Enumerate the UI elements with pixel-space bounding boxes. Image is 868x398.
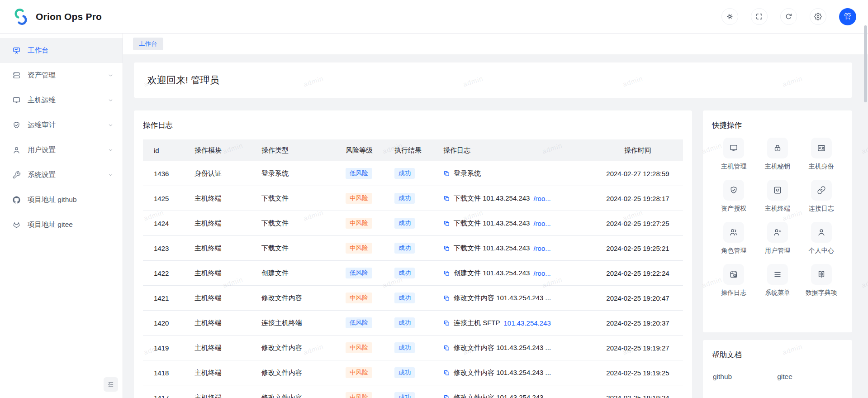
log-text: 创建文件 101.43.254.243 [454,269,530,278]
refresh-button[interactable] [780,8,797,25]
quick-action-asset-authorization[interactable]: 资产授权 [712,180,756,213]
quick-action-label: 用户管理 [765,247,790,255]
table-row: 1421主机终端修改文件内容中风险成功修改文件内容 101.43.254.243… [143,286,683,311]
chevron-down-icon [108,147,114,153]
cell-risk: 中风险 [334,286,383,311]
quick-action-tile [723,222,744,243]
log-link[interactable]: /roo... [533,220,550,227]
quick-action-personal-center[interactable]: 个人中心 [799,222,843,255]
settings-button[interactable] [810,8,826,25]
sidebar-item-asset-management[interactable]: 资产管理 [0,63,123,88]
right-column: 快捷操作 主机管理主机秘钥主机身份资产授权主机终端连接日志角色管理用户管理个人中… [703,110,852,398]
chevron-down-icon [108,97,114,103]
quick-action-label: 主机身份 [809,163,834,171]
log-text: 下载文件 101.43.254.243 [454,194,530,203]
log-content: 修改文件内容 101.43.254.243 ... [443,344,593,352]
copy-icon[interactable] [443,295,450,302]
copy-icon[interactable] [443,320,450,326]
wrench-icon [12,171,21,179]
cell-module: 主机终端 [183,261,250,286]
cell-module: 主机终端 [183,286,250,311]
log-text: 修改文件内容 101.43.254.243 ... [454,294,551,302]
quick-action-host-management[interactable]: 主机管理 [712,138,756,171]
cell-risk: 低风险 [334,161,383,186]
main-content: 工作台 欢迎回来! 管理员 操作日志 id操作模块操作类型风险等级执行结果操作日… [123,34,868,398]
copy-icon[interactable] [443,220,450,227]
app-window: Orion Ops Pro 管 工作台资产管理主机运维运维审计用户设置系统设置项… [0,0,868,398]
quick-action-role-management[interactable]: 角色管理 [712,222,756,255]
quick-action-tile [811,180,832,201]
column-header-0: id [143,139,183,161]
copy-icon[interactable] [443,270,450,277]
quick-action-label: 连接日志 [809,205,834,213]
sidebar-item-ops-audit[interactable]: 运维审计 [0,113,123,138]
help-link-gitee[interactable]: gitee [777,373,792,381]
quick-action-host-keys[interactable]: 主机秘钥 [756,138,800,171]
sidebar-item-user-settings[interactable]: 用户设置 [0,138,123,163]
quick-action-tile [723,180,744,201]
copy-icon[interactable] [443,195,450,202]
breadcrumb-item-workbench[interactable]: 工作台 [133,38,163,50]
log-content: 创建文件 101.43.254.243/roo... [443,269,593,278]
sidebar-item-system-settings[interactable]: 系统设置 [0,163,123,187]
cell-type: 下载文件 [250,186,334,211]
cell-type: 修改文件内容 [250,385,334,398]
cell-type: 修改文件内容 [250,336,334,360]
sidebar-item-label: 运维审计 [28,120,101,130]
copy-icon[interactable] [443,394,450,398]
fullscreen-button[interactable] [751,8,768,25]
help-link-github[interactable]: github [713,373,732,381]
cell-id: 1419 [143,336,183,360]
result-badge: 成功 [394,367,415,378]
result-badge: 成功 [394,268,415,278]
column-header-4: 执行结果 [383,139,432,161]
risk-badge: 中风险 [346,367,372,378]
copy-icon[interactable] [443,345,450,351]
quick-action-connection-log[interactable]: 连接日志 [799,180,843,213]
sidebar-item-host-ops[interactable]: 主机运维 [0,88,123,113]
result-badge: 成功 [394,342,415,353]
quick-action-user-management[interactable]: 用户管理 [756,222,800,255]
cell-risk: 中风险 [334,336,383,360]
cell-module: 主机终端 [183,186,250,211]
quick-action-tile [811,222,832,243]
table-row: 1423主机终端下载文件中风险成功下载文件 101.43.254.243/roo… [143,236,683,261]
log-link[interactable]: /roo... [533,245,550,252]
log-link[interactable]: /roo... [533,269,550,277]
cell-log: 修改文件内容 101.43.254.243 ... [432,385,593,398]
quick-action-operation-log[interactable]: 操作日志 [712,264,756,297]
cell-log: 下载文件 101.43.254.243/roo... [432,236,593,261]
quick-action-data-dictionary[interactable]: 数据字典项 [799,264,843,297]
theme-toggle-button[interactable] [721,8,738,25]
log-text: 修改文件内容 101.43.254.243 ... [454,393,551,398]
quick-action-system-menu[interactable]: 系统菜单 [756,264,800,297]
cell-risk: 低风险 [334,311,383,336]
copy-icon[interactable] [443,245,450,252]
welcome-text: 欢迎回来! 管理员 [147,74,219,86]
sidebar-nav: 工作台资产管理主机运维运维审计用户设置系统设置项目地址 github项目地址 g… [0,38,123,237]
sidebar-item-gitee[interactable]: 项目地址 gitee [0,212,123,237]
shield-check-icon [729,186,738,195]
quick-action-tile [767,264,788,285]
cell-time: 2024-02-25 19:20:47 [593,286,683,311]
quick-action-host-identity[interactable]: 主机身份 [799,138,843,171]
copy-icon[interactable] [443,369,450,376]
sidebar-item-workbench[interactable]: 工作台 [0,38,123,63]
sidebar-item-github[interactable]: 项目地址 github [0,187,123,212]
user-avatar[interactable]: 管 [839,8,856,25]
quick-actions-grid: 主机管理主机秘钥主机身份资产授权主机终端连接日志角色管理用户管理个人中心操作日志… [712,138,843,297]
quick-action-label: 个人中心 [809,247,834,255]
quick-action-host-terminal[interactable]: 主机终端 [756,180,800,213]
cell-risk: 中风险 [334,211,383,236]
cell-module: 主机终端 [183,360,250,385]
cell-module: 主机终端 [183,385,250,398]
sidebar-collapse-button[interactable] [104,377,118,392]
cell-id: 1422 [143,261,183,286]
copy-icon[interactable] [443,170,450,177]
cell-result: 成功 [383,311,432,336]
topbar-actions [721,8,826,25]
log-link[interactable]: 101.43.254.243 [504,319,551,327]
gear-icon [814,13,822,20]
vertical-scrollbar[interactable] [864,25,867,102]
log-link[interactable]: /roo... [533,195,550,202]
